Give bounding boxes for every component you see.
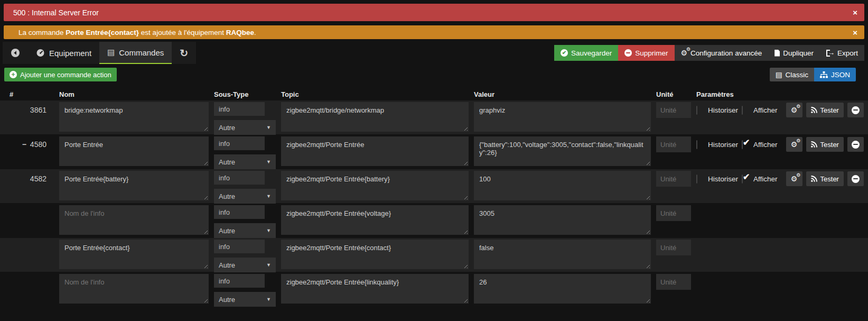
topic-input[interactable]: zigbee2mqtt/Porte Entrée{contact} xyxy=(281,240,469,269)
subtype-select[interactable]: Autre▼ xyxy=(214,223,276,238)
value-input[interactable]: 26 xyxy=(474,274,651,304)
subtype-select[interactable]: Autre▼ xyxy=(214,154,276,169)
check-circle-icon: ✔ xyxy=(561,49,568,57)
tab-commandes[interactable]: ▤ Commandes xyxy=(99,42,172,64)
command-name-input[interactable]: Porte Entrée xyxy=(59,136,209,166)
name-field-wrap: Porte Entrée{battery} xyxy=(59,171,209,200)
file-icon xyxy=(774,50,780,57)
chevron-down-icon: ▼ xyxy=(266,194,271,199)
afficher-label: Afficher xyxy=(753,141,778,149)
command-name-input[interactable] xyxy=(59,274,209,304)
chevron-down-icon: ▼ xyxy=(266,297,271,302)
historiser-checkbox[interactable] xyxy=(696,175,704,183)
tester-button[interactable]: Tester xyxy=(806,137,844,152)
unit-input[interactable] xyxy=(656,136,691,152)
column-header-soustype: Sous-Type xyxy=(214,90,276,98)
subtype-select[interactable]: Autre▼ xyxy=(214,292,276,307)
table-row: Autre▼ zigbee2mqtt/Porte Entrée{voltage}… xyxy=(0,204,868,237)
duplicate-button-label: Dupliquer xyxy=(783,49,814,57)
command-name: Porte Entrée{contact} xyxy=(66,29,139,36)
unit-input[interactable] xyxy=(656,205,691,221)
type-input[interactable] xyxy=(214,205,265,219)
notification-banner: La commande Porte Entrée{contact} est aj… xyxy=(4,25,864,39)
historiser-label: Historiser xyxy=(708,106,738,114)
command-name-input[interactable]: bridge:networkmap xyxy=(59,102,209,132)
topic-input[interactable]: zigbee2mqtt/Porte Entrée{voltage} xyxy=(281,205,469,235)
back-button[interactable] xyxy=(3,42,28,64)
type-input[interactable] xyxy=(214,102,265,116)
afficher-checkbox[interactable] xyxy=(742,106,750,114)
tab-strip: Equipement ▤ Commandes ↻ xyxy=(3,42,196,64)
table-row: Autre▼ zigbee2mqtt/Porte Entrée{linkqual… xyxy=(0,272,868,306)
command-config-button[interactable]: ⚙⚙ xyxy=(786,171,802,186)
export-button[interactable]: → Export xyxy=(820,45,864,61)
topic-input[interactable]: zigbee2mqtt/Porte Entrée{linkquality} xyxy=(281,274,469,304)
tachometer-icon xyxy=(36,49,45,57)
value-input[interactable]: 3005 xyxy=(474,205,651,235)
subtype-select[interactable]: Autre▼ xyxy=(214,258,276,272)
value-input[interactable]: 100 xyxy=(474,171,651,200)
tester-button[interactable]: Tester xyxy=(806,103,844,117)
params-cell xyxy=(696,274,868,290)
subtype-select[interactable]: Autre▼ xyxy=(214,120,276,135)
duplicate-button[interactable]: Dupliquer xyxy=(768,45,820,61)
chevron-down-icon: ▼ xyxy=(266,159,271,164)
unit-input[interactable] xyxy=(656,102,691,118)
topic-input[interactable]: zigbee2mqtt/Porte Entrée xyxy=(281,136,469,166)
advanced-config-button[interactable]: ⚙⚙ Configuration avancée xyxy=(675,45,769,61)
remove-command-button[interactable] xyxy=(847,103,864,117)
unit-cell xyxy=(656,100,691,135)
refresh-button[interactable]: ↻ xyxy=(172,42,196,64)
delete-button[interactable]: Supprimer xyxy=(618,45,674,61)
command-id: −4580 xyxy=(4,135,54,169)
afficher-checkbox[interactable]: ✔ xyxy=(742,175,750,183)
topic-input[interactable]: zigbee2mqtt/bridge/networkmap xyxy=(281,102,469,132)
tester-button[interactable]: Tester xyxy=(806,171,844,186)
command-name-input[interactable]: Porte Entrée{battery} xyxy=(59,171,209,200)
command-config-button[interactable]: ⚙⚙ xyxy=(786,137,802,152)
topic-input[interactable]: zigbee2mqtt/Porte Entrée{battery} xyxy=(281,171,469,200)
view-json-label: JSON xyxy=(831,71,850,79)
unit-input[interactable] xyxy=(656,240,691,255)
type-input[interactable] xyxy=(214,171,265,185)
close-icon[interactable]: × xyxy=(846,29,864,36)
command-name-input[interactable] xyxy=(59,205,209,235)
view-classic-button[interactable]: ▤ Classic xyxy=(770,68,814,81)
export-button-label: Export xyxy=(837,49,858,57)
nav-bar: Equipement ▤ Commandes ↻ ✔ Sauvegarder S… xyxy=(0,42,868,64)
afficher-checkbox[interactable]: ✔ xyxy=(742,141,750,149)
chevron-down-icon: ▼ xyxy=(266,262,271,268)
unit-cell xyxy=(656,169,691,204)
type-input[interactable] xyxy=(214,274,265,288)
remove-command-button[interactable] xyxy=(847,171,864,186)
close-icon[interactable]: × xyxy=(846,8,864,16)
command-config-button[interactable]: ⚙⚙ xyxy=(786,103,802,117)
table-icon: ▤ xyxy=(107,48,115,57)
collapse-icon[interactable]: − xyxy=(22,140,26,169)
add-action-command-button[interactable]: + Ajouter une commande action xyxy=(4,68,117,81)
command-id xyxy=(4,238,54,272)
value-input[interactable]: graphviz xyxy=(474,102,651,132)
value-input[interactable]: {"battery":100,"voltage":3005,"contact":… xyxy=(474,136,651,166)
unit-input[interactable] xyxy=(656,274,691,290)
subtype-cell: Autre▼ xyxy=(214,238,276,272)
historiser-checkbox[interactable] xyxy=(696,106,704,114)
save-button[interactable]: ✔ Sauvegarder xyxy=(554,45,618,61)
remove-command-button[interactable] xyxy=(847,137,864,152)
rss-icon xyxy=(811,176,817,182)
type-input[interactable] xyxy=(214,136,265,150)
action-buttons: ✔ Sauvegarder Supprimer ⚙⚙ Configuration… xyxy=(554,42,868,64)
subtype-select[interactable]: Autre▼ xyxy=(214,189,276,204)
params-cell xyxy=(696,240,868,255)
table-row: −4580 Porte Entrée Autre▼ zigbee2mqtt/Po… xyxy=(0,135,868,169)
type-input[interactable] xyxy=(214,240,265,253)
topic-field-wrap: zigbee2mqtt/Porte Entrée{contact} xyxy=(281,240,469,269)
tab-equipement[interactable]: Equipement xyxy=(28,42,99,64)
value-input[interactable]: false xyxy=(474,240,651,269)
view-json-button[interactable]: JSON xyxy=(814,68,856,81)
subtype-cell: Autre▼ xyxy=(214,135,276,169)
command-name-input[interactable]: Porte Entrée{contact} xyxy=(59,240,209,269)
gears-icon: ⚙⚙ xyxy=(791,106,798,114)
historiser-checkbox[interactable] xyxy=(696,141,704,149)
unit-input[interactable] xyxy=(656,171,691,187)
